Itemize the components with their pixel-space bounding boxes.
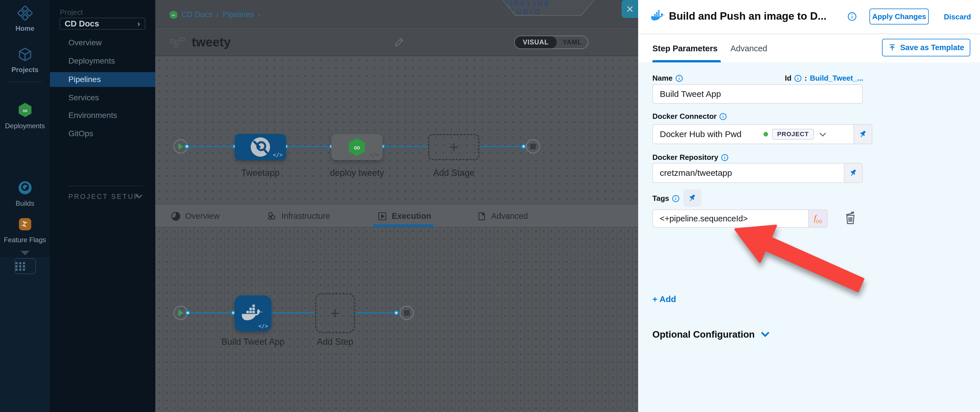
sidebar-item-label: Feature Flags [0,236,50,244]
chevron-down-icon [135,194,143,200]
info-icon[interactable] [794,75,802,82]
graph-port [393,310,399,316]
project-setup-toggle[interactable]: PROJECT SETUP [68,192,140,200]
discard-button[interactable]: Discard [944,13,971,21]
stage-node-tweetapp[interactable]: </> [235,134,286,160]
pin-icon [857,128,869,140]
breadcrumb-link-pipelines[interactable]: Pipelines [223,10,254,19]
pipeline-end-node[interactable] [526,139,540,154]
chevron-down-icon [761,332,770,337]
stage-label[interactable]: Tweetapp [241,168,280,178]
info-icon[interactable] [848,12,857,22]
home-icon [18,16,32,21]
toggle-yaml[interactable]: YAML [557,36,588,48]
optional-configuration-toggle[interactable]: Optional Configuration [652,329,770,340]
svg-text:∞: ∞ [354,142,360,153]
breadcrumb: CD Docs › Pipelines › [181,10,261,19]
id-value[interactable]: Build_Tweet_... [810,74,863,83]
step-node-build-tweet-app[interactable]: </> [234,296,272,331]
tab-advanced[interactable]: Advanced [477,204,528,228]
tag-value-input[interactable] [653,214,789,223]
name-input[interactable] [660,89,842,99]
sidebar-item-environments[interactable]: Environments [50,108,155,123]
pipeline-studio-badge: PIPELINE STUDIO [502,0,594,16]
sidebar-item-deployments[interactable]: ∞ Deployments [0,102,50,130]
module-sidebar: Home Projects ∞ Deployments Builds [0,0,50,412]
delete-tag-button[interactable] [844,211,857,226]
name-label: Name [652,74,683,83]
sidebar-item-services[interactable]: Services [50,90,155,105]
breadcrumb-link-project[interactable]: CD Docs [181,10,212,19]
chevron-right-icon: › [349,210,352,223]
execution-end-node[interactable] [400,306,414,320]
step-label[interactable]: Add Step [317,337,353,347]
pipeline-graph-icon [170,37,185,49]
stage-label[interactable]: deploy tweety [330,168,384,178]
sidebar-item-deployments[interactable]: Deployments [50,54,155,68]
docker-connector-field[interactable]: Docker Hub with Pwd PROJECT [652,124,872,144]
stage-label[interactable]: Add Stage [433,168,475,178]
sidebar-item-pipelines[interactable]: Pipelines [50,72,155,87]
sidebar-item-label: Projects [0,66,50,74]
advanced-icon [477,212,487,221]
sidebar-item-home[interactable]: Home [0,6,50,32]
graph-port [184,143,190,149]
sidebar-item-gitops[interactable]: GitOps [50,126,155,141]
sidebar-divider [8,81,42,82]
repository-pin-button[interactable] [844,164,862,182]
ci-circle-icon [18,191,33,196]
add-step-node[interactable]: + [315,293,355,333]
chevron-down-icon[interactable] [819,129,826,139]
step-label[interactable]: Build Tweet App [221,337,285,347]
graph-edge [286,146,331,147]
expression-fx-button[interactable]: f(x) [808,210,827,227]
collapse-modules-icon[interactable] [21,251,30,256]
tags-label: Tags [652,194,679,203]
docker-repository-input[interactable] [653,168,810,178]
stage-node-deploy-tweety[interactable]: ∞ </> [331,134,383,160]
sidebar-divider [68,186,143,186]
pipeline-title-bar: tweety VISUAL YAML [155,28,638,56]
docker-icon [651,10,666,23]
selected-tab-underline [652,60,721,62]
edit-pipeline-icon[interactable] [394,37,404,49]
sidebar-item-overview[interactable]: Overview [50,35,155,50]
tab-infrastructure[interactable]: Infrastructure [267,204,330,228]
connector-pin-button[interactable] [854,125,872,143]
scope-badge: PROJECT [772,129,814,140]
sidebar-item-builds[interactable]: Builds [0,180,50,207]
yaml-snippet-glyph: </> [369,151,379,158]
close-drawer-button[interactable]: ✕ [622,0,638,18]
tab-step-parameters[interactable]: Step Parameters [652,44,718,53]
apply-changes-button[interactable]: Apply Changes [869,8,929,24]
project-selector[interactable]: CD Docs › [60,17,145,30]
save-as-template-button[interactable]: Save as Template [882,39,970,56]
docker-step-icon [242,304,264,323]
plus-icon: + [330,305,340,321]
add-stage-node[interactable]: + [428,134,479,160]
toggle-visual[interactable]: VISUAL [515,36,557,48]
trash-icon [844,211,857,225]
breadcrumb-separator: › [216,10,219,19]
breadcrumb-separator: › [258,10,261,19]
id-label: Id [785,74,791,83]
graph-edge [479,146,526,147]
add-tag-button[interactable]: + Add [652,294,676,304]
step-parameters-form: Name Id : Build_Tweet_... Docker Connect… [638,62,980,412]
tags-pin-button[interactable] [683,189,702,207]
module-grid-button[interactable] [15,258,36,274]
info-icon[interactable] [719,113,727,120]
tab-advanced[interactable]: Advanced [730,44,767,53]
sidebar-item-projects[interactable]: Projects [0,47,50,74]
tab-label: Overview [185,212,220,221]
selected-tab-underline [373,224,434,227]
tab-overview[interactable]: Overview [171,204,220,228]
infrastructure-icon [267,211,277,221]
sidebar-item-feature-flags[interactable]: Feature Flags [0,216,50,244]
stop-icon [530,143,536,149]
info-icon[interactable] [675,75,683,82]
info-icon[interactable] [672,195,679,202]
graph-edge [188,312,236,313]
plus-icon: + [449,139,459,155]
info-icon[interactable] [721,154,729,161]
